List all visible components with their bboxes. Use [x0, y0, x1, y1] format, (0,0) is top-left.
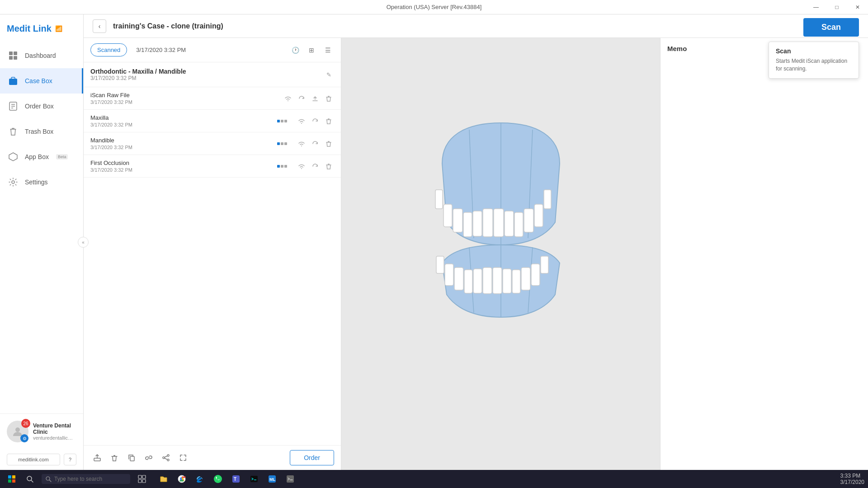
sync-icon-button-mandible[interactable]	[310, 138, 321, 149]
wifi-icon: 📶	[55, 25, 62, 32]
task-view-button[interactable]	[134, 471, 150, 487]
svg-rect-2	[9, 56, 13, 60]
order-box-icon	[7, 100, 19, 113]
taskbar: T ML 3:33 PM 3/17/2020	[0, 470, 868, 488]
file-item-info-first-occlusion: First Occlusion 3/17/2020 3:32 PM	[90, 160, 277, 173]
svg-rect-52	[493, 267, 502, 294]
svg-point-76	[214, 475, 222, 483]
sync-icon-button-maxilla[interactable]	[310, 116, 321, 127]
case-box-icon	[7, 75, 19, 87]
svg-rect-55	[464, 270, 472, 293]
sidebar-item-case-box[interactable]: Case Box	[0, 68, 83, 94]
sidebar-item-app-box[interactable]: App Box Beta	[0, 144, 83, 169]
sidebar-item-dashboard[interactable]: Dashboard	[0, 43, 83, 68]
file-bottom-bar: Order	[84, 445, 341, 470]
sidebar-bottom: 26 ⚙ Venture Dental Clinic venturedental…	[0, 413, 83, 449]
sync-icon-button-occlusion[interactable]	[310, 161, 321, 172]
taskbar-time-value: 3:33 PM	[840, 473, 864, 479]
file-item-info-iscan: iScan Raw File 3/17/2020 3:32 PM	[90, 92, 283, 105]
collapse-button[interactable]: «	[78, 237, 89, 248]
terminal-app[interactable]	[246, 471, 262, 487]
svg-rect-37	[494, 209, 504, 237]
export-button[interactable]	[90, 451, 104, 465]
link-button[interactable]	[142, 451, 156, 465]
minimize-button[interactable]: —	[806, 0, 826, 14]
svg-rect-16	[284, 120, 287, 122]
search-button[interactable]	[22, 471, 38, 487]
file-panel: Scanned 3/17/2020 3:32 PM 🕐 ⊞ ☰ Orthodon…	[84, 38, 341, 470]
medit-app[interactable]: ML	[264, 471, 280, 487]
delete-icon-button-mandible[interactable]	[323, 138, 334, 149]
teams-app[interactable]: T	[228, 471, 244, 487]
history-icon-button[interactable]: 🕐	[289, 44, 302, 56]
logo-text: Medit Link	[7, 23, 52, 34]
wifi-icon-button[interactable]	[283, 93, 293, 104]
taskbar-search[interactable]	[42, 474, 130, 484]
edge-app[interactable]	[192, 471, 208, 487]
sidebar-footer: meditlink.com ?	[0, 449, 83, 470]
sidebar-item-trash-box[interactable]: Trash Box	[0, 119, 83, 144]
snippet-app[interactable]	[282, 471, 298, 487]
grid-view-button[interactable]: ⊞	[305, 44, 318, 56]
scan-button[interactable]: Scan	[803, 18, 859, 37]
svg-rect-71	[138, 475, 142, 479]
sidebar: Medit Link 📶 « Dashboard	[0, 14, 84, 470]
svg-rect-83	[287, 475, 294, 483]
user-info: 26 ⚙ Venture Dental Clinic venturedental…	[7, 421, 76, 442]
svg-rect-38	[473, 211, 482, 236]
sidebar-item-settings[interactable]: Settings	[0, 169, 83, 195]
svg-rect-72	[142, 475, 146, 479]
device-indicator-occlusion	[277, 164, 292, 169]
help-button[interactable]: ?	[64, 454, 76, 465]
delete-icon-button-occlusion[interactable]	[323, 161, 334, 172]
app-container: Medit Link 📶 « Dashboard	[0, 14, 868, 470]
chrome-app[interactable]	[174, 471, 190, 487]
scanned-tab[interactable]: Scanned	[90, 43, 127, 56]
sidebar-item-label-app-box: App Box	[25, 153, 49, 160]
close-button[interactable]: ✕	[847, 0, 868, 14]
file-explorer-app[interactable]	[156, 471, 172, 487]
memo-panel: Memo	[660, 38, 868, 470]
share-button[interactable]	[159, 451, 173, 465]
copy-button[interactable]	[125, 451, 138, 465]
back-icon: ‹	[99, 23, 101, 30]
start-button[interactable]	[4, 471, 20, 487]
group-edit-button[interactable]: ✎	[323, 69, 334, 80]
delete-button[interactable]	[108, 451, 121, 465]
wifi-icon-button-maxilla[interactable]	[296, 116, 307, 127]
svg-rect-18	[277, 142, 280, 145]
file-group-info: Orthodontic - Maxilla / Mandible 3/17/20…	[90, 68, 186, 81]
svg-rect-79	[250, 476, 258, 482]
user-settings-icon[interactable]: ⚙	[20, 434, 28, 442]
back-button[interactable]: ‹	[93, 19, 106, 33]
svg-point-21	[301, 145, 302, 146]
svg-rect-45	[534, 204, 543, 227]
svg-rect-46	[435, 190, 443, 209]
wifi-icon-button-mandible[interactable]	[296, 138, 307, 149]
sidebar-item-order-box[interactable]: Order Box	[0, 94, 83, 119]
file-item-name-iscan: iScan Raw File	[90, 92, 283, 99]
delete-icon-button[interactable]	[323, 93, 334, 104]
sidebar-item-label-order-box: Order Box	[25, 103, 54, 110]
file-group-title: Orthodontic - Maxilla / Mandible	[90, 68, 186, 75]
delete-icon-button-maxilla[interactable]	[323, 116, 334, 127]
sidebar-item-label-trash-box: Trash Box	[25, 128, 53, 135]
svg-rect-60	[531, 264, 540, 286]
maximize-button[interactable]: □	[826, 0, 847, 14]
svg-rect-23	[281, 165, 283, 168]
list-view-button[interactable]: ☰	[321, 44, 334, 56]
svg-rect-15	[281, 120, 283, 122]
order-button[interactable]: Order	[290, 450, 334, 465]
svg-rect-14	[277, 120, 280, 122]
fullscreen-button[interactable]	[176, 451, 190, 465]
whatsapp-app[interactable]	[210, 471, 226, 487]
taskbar-apps: T ML	[156, 471, 298, 487]
sync-icon-button[interactable]	[296, 93, 307, 104]
upper-arch	[435, 123, 560, 245]
taskbar-search-input[interactable]	[54, 476, 127, 482]
wifi-icon-button-occlusion[interactable]	[296, 161, 307, 172]
website-button[interactable]: meditlink.com	[7, 454, 60, 465]
upload-icon-button[interactable]	[310, 93, 321, 104]
svg-rect-62	[541, 256, 548, 273]
svg-rect-56	[512, 270, 520, 293]
